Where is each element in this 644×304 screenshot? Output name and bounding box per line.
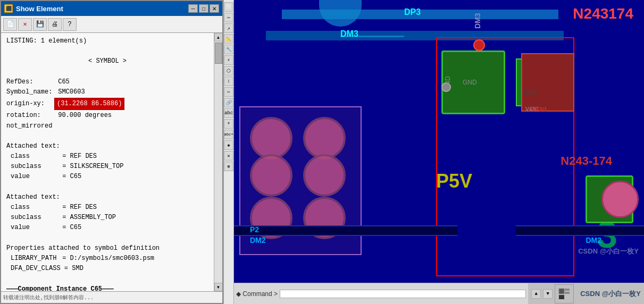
toolbar-print-btn[interactable]: 🖨 [48,18,62,31]
origin-value: (31.2268 86.5886) [54,98,124,110]
n243-label-right: N243-174 [561,154,612,168]
tool-select[interactable]: ⬜ [224,2,233,12]
pcb-corner-widget[interactable] [555,284,574,303]
minimize-button[interactable]: ─ [188,4,198,13]
rotation-value: 90.000 [58,112,81,119]
dm2-right-label: DM2 [586,236,601,244]
gnd-label-3: GND [524,89,537,96]
at2-value-row: value = C65 [6,223,208,233]
at1-class-label: class [11,151,58,162]
tool-12[interactable]: + [224,119,233,129]
pcb-corner-icon [558,288,571,300]
at1-value-label: value [11,172,58,182]
origin-label: origin-xy: [6,99,54,109]
attached-text-2-header: Attached text: [6,192,208,202]
dp3-label: DP3 [404,7,421,17]
show-element-dialog: ⬛ Show Element ─ □ ✕ 📄 ✕ 💾 🖨 ? LISTING: … [0,0,223,304]
symbol-name-row: Symbol_name: SMC0603 [6,87,208,97]
tool-9[interactable]: ✂ [224,87,233,97]
svg-rect-1 [565,289,570,291]
dialog-toolbar: 📄 ✕ 💾 🖨 ? [1,16,222,33]
tool-4[interactable]: 📐 [224,34,233,44]
toolbar-new-btn[interactable]: 📄 [3,18,17,31]
symbol-name-value: SMC0603 [58,88,85,96]
scroll-up-arrow[interactable]: ▲ [214,33,223,41]
tool-abc-alt[interactable]: abc+ [224,130,233,139]
at2-class-row: class = REF DES [6,202,208,213]
at1-class-value: = REF DES [62,153,97,160]
tool-5[interactable]: 🔧 [224,45,233,54]
toolbar-close-btn[interactable]: ✕ [18,18,32,31]
toolbar-save-btn[interactable]: 💾 [33,18,47,31]
command-right-area: ▲ ▼ CSDN @小白一枚Y [528,283,644,304]
component-right-pink [601,181,639,218]
toolbar-help-btn[interactable]: ? [63,18,77,31]
symbol-header: < SYMBOL > [6,56,208,66]
csdn-watermark-bar: CSDN @小白一枚Y [580,289,641,299]
listing-line: LISTING: 1 element(s) [6,36,208,46]
vertical-scrollbar: ▲ ▼ [214,33,222,291]
pcb-area: DP3 DM3 DM3 N243174 GND GND GND V43/1 V [234,0,644,304]
gnd-label-2: GND [463,79,477,86]
gnd-label-1: GND [444,58,451,90]
tool-14[interactable]: ✕ [224,151,233,161]
svg-rect-2 [565,292,570,294]
rotation-unit: degrees [85,112,112,119]
at1-value-row: value = C65 [6,172,208,182]
svg-rect-0 [559,289,564,294]
command-prompt: ◆ Command > [236,290,278,298]
scroll-thumb[interactable] [215,43,222,64]
tool-7[interactable]: ⬡ [224,66,233,75]
window-controls: ─ □ ✕ [188,4,219,13]
tool-2[interactable]: ⋯ [224,13,233,22]
status-text: 转载请注明出处,找到朋0解答内容... [3,294,94,301]
tool-10[interactable]: 🔗 [224,98,233,107]
scroll-up-pcb[interactable]: ▲ [531,289,541,299]
lib-path-value: = D:/symbols/smc0603.psm [62,255,154,262]
command-input[interactable] [280,290,526,298]
at1-subclass-row: subclass = SILKSCREEN_TOP [6,162,208,172]
track-bottom-left [234,225,457,236]
status-bar: 转载请注明出处,找到朋0解答内容... [1,291,222,303]
component-divider: ———Component Instance C65——— [6,284,208,292]
tool-6[interactable]: ⚡ [224,55,233,65]
track-bottom-right [516,225,644,236]
dfa-label: DFA_DEV_CLASS [11,264,61,274]
at2-subclass-value: = ASSEMBLY_TOP [62,214,116,221]
attached-text-1-header: Attached text: [6,141,208,151]
tool-15[interactable]: ⊕ [224,162,233,171]
tool-11[interactable]: abc [224,108,233,118]
dm2-left-label: DM2 [250,236,266,244]
command-bar: ◆ Command > ▲ ▼ CSDN @小白一枚Y [234,283,644,304]
rotation-row: rotation: 90.000 degrees [6,111,208,121]
restore-button[interactable]: □ [199,4,208,13]
lib-path-label: LIBRARY_PATH [11,254,58,264]
refdes-row: RefDes: C65 [6,77,208,87]
refdes-value: C65 [58,78,70,86]
content-area: LISTING: 1 element(s) < SYMBOL > RefDes:… [1,33,222,291]
at2-class-label: class [11,202,58,213]
pcb-canvas[interactable]: DP3 DM3 DM3 N243174 GND GND GND V43/1 V [234,0,644,283]
scroll-down-arrow[interactable]: ▼ [214,283,223,291]
p2-label: P2 [250,225,259,234]
dfa-row: DFA_DEV_CLASS = SMD [6,264,208,274]
watermark: CSDN @小白一枚Y [578,247,639,256]
not-mirrored-row: not_mirrored [6,121,208,131]
tool-13[interactable]: ◈ [224,140,233,150]
scroll-down-pcb[interactable]: ▼ [543,289,553,299]
tool-8[interactable]: ↕ [224,77,233,86]
close-button[interactable]: ✕ [210,4,219,13]
n243174-top-label: N243174 [573,5,633,22]
lib-path-row: LIBRARY_PATH = D:/symbols/smc0603.psm [6,254,208,264]
tool-3[interactable]: ↗ [224,23,233,33]
ic-red-pad [521,53,574,112]
at2-value-label: value [11,223,58,233]
app-icon: ⬛ [4,4,13,13]
rotation-label: rotation: [6,111,54,121]
p5v-label: P5V [436,170,472,192]
refdes-label: RefDes: [6,77,54,87]
title-bar-left: ⬛ Show Element [4,4,63,13]
origin-row: origin-xy: (31.2268 86.5886) [6,98,208,110]
at1-subclass-value: = SILKSCREEN_TOP [62,163,123,170]
dfa-value: = SMD [64,265,83,272]
